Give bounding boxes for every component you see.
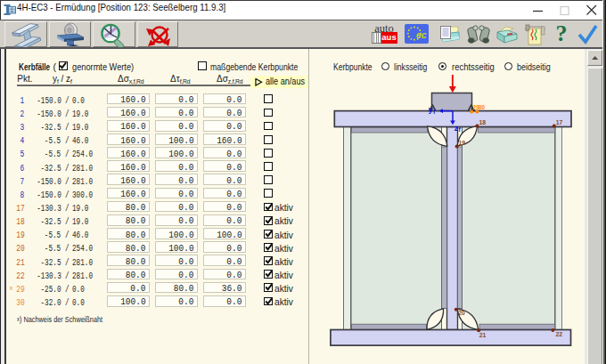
svg-text:19: 19 — [459, 140, 466, 146]
svg-text:18: 18 — [479, 119, 487, 125]
svg-text:17: 17 — [556, 119, 563, 125]
svg-text:ec: ec — [416, 29, 427, 40]
svg-text:21: 21 — [479, 332, 487, 338]
svg-text:20: 20 — [458, 310, 465, 316]
svg-text:30: 30 — [478, 104, 485, 110]
svg-text:22: 22 — [555, 331, 562, 337]
